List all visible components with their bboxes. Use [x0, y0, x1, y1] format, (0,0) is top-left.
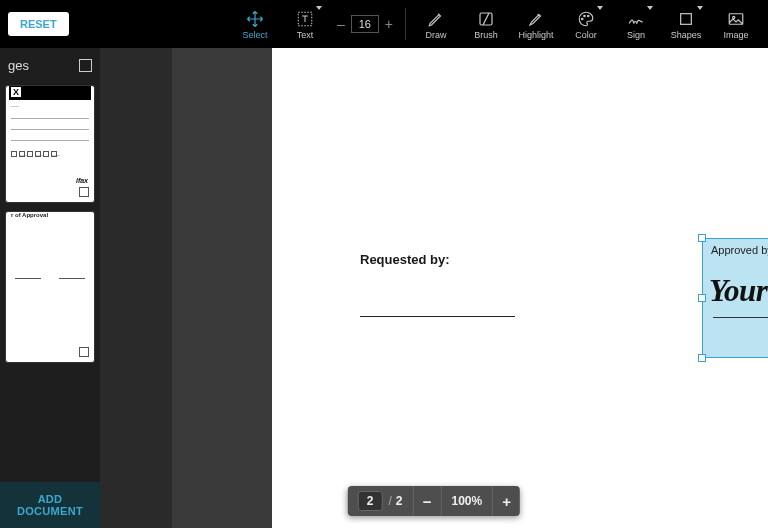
tool-label: Shapes [671, 30, 702, 40]
tool-highlight[interactable]: Highlight [512, 2, 560, 46]
brush-icon [476, 9, 496, 29]
tool-color[interactable]: Color [562, 2, 610, 46]
signature-underline [713, 317, 768, 318]
tool-label: Color [575, 30, 597, 40]
tool-draw[interactable]: Draw [412, 2, 460, 46]
svg-point-4 [588, 15, 590, 17]
font-size-increase[interactable]: + [385, 16, 393, 32]
tool-label: Image [723, 30, 748, 40]
zoom-in-button[interactable]: + [492, 486, 520, 516]
thumb-checkbox[interactable] [79, 187, 89, 197]
thumbnails: —— —————— ifax r of Approval [0, 83, 100, 482]
resize-handle-bl[interactable] [698, 354, 706, 362]
tool-label: Select [243, 30, 268, 40]
tool-image[interactable]: Image [712, 2, 760, 46]
top-toolbar: RESET Select Text – 16 + Draw Brush High… [0, 0, 768, 48]
total-pages: 2 [396, 494, 403, 508]
sidebar-header: ges [0, 48, 100, 83]
page-thumb-2[interactable]: r of Approval [6, 212, 94, 362]
page-navigator: 2 / 2 − 100% + [348, 486, 520, 516]
tool-select[interactable]: Select [231, 2, 279, 46]
thumb2-title: r of Approval [11, 212, 89, 218]
square-icon [676, 9, 696, 29]
font-size-decrease[interactable]: – [337, 16, 345, 32]
canvas-gutter [100, 48, 172, 528]
svg-point-2 [582, 18, 584, 20]
image-icon [726, 9, 746, 29]
page-thumb-1[interactable]: —— —————— ifax [6, 86, 94, 202]
font-size-value[interactable]: 16 [351, 15, 379, 33]
current-page[interactable]: 2 [358, 491, 383, 511]
select-all-checkbox[interactable] [79, 59, 92, 72]
tool-label: Sign [627, 30, 645, 40]
svg-point-3 [584, 15, 586, 17]
palette-icon [576, 9, 596, 29]
move-icon [245, 9, 265, 29]
requested-by-line [360, 316, 515, 317]
sidebar-title: ges [8, 58, 29, 73]
resize-handle-ml[interactable] [698, 294, 706, 302]
canvas-area: Requested by: Approved by: Your Signatur… [100, 48, 768, 528]
zoom-out-button[interactable]: − [413, 486, 441, 516]
zoom-value: 100% [441, 486, 493, 516]
ifax-logo: ifax [76, 177, 88, 184]
text-icon [295, 9, 315, 29]
tool-shapes[interactable]: Shapes [662, 2, 710, 46]
tool-label: Highlight [518, 30, 553, 40]
tool-brush[interactable]: Brush [462, 2, 510, 46]
signature-text: Your Signature [709, 273, 768, 309]
tool-text[interactable]: Text [281, 2, 329, 46]
requested-by-label: Requested by: [360, 252, 450, 267]
signature-icon [626, 9, 646, 29]
approved-by-label: Approved by: [711, 244, 768, 256]
svg-rect-5 [681, 13, 692, 24]
tool-label: Draw [425, 30, 446, 40]
tool-label: Text [297, 30, 314, 40]
highlighter-icon [526, 9, 546, 29]
resize-handle-tl[interactable] [698, 234, 706, 242]
font-size-control: – 16 + [331, 15, 399, 33]
reset-button[interactable]: RESET [8, 12, 69, 36]
tool-sign[interactable]: Sign [612, 2, 660, 46]
pencil-icon [426, 9, 446, 29]
divider [405, 8, 406, 40]
document-page[interactable]: Requested by: Approved by: Your Signatur… [272, 48, 768, 528]
pages-sidebar: ges —— —————— ifax r of Approval ADD DOC… [0, 48, 100, 528]
thumb-checkbox[interactable] [79, 347, 89, 357]
page-indicator: 2 / 2 [348, 486, 413, 516]
signature-box[interactable]: Approved by: Your Signature [702, 238, 768, 358]
tool-label: Brush [474, 30, 498, 40]
add-document-button[interactable]: ADD DOCUMENT [0, 482, 100, 528]
page-slash: / [388, 494, 391, 508]
